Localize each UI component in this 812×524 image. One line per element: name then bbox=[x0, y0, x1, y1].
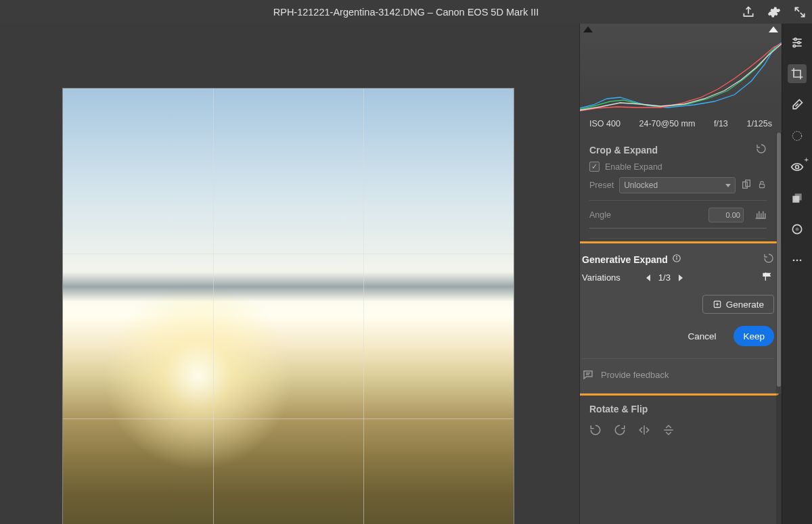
rotate-ccw-icon[interactable] bbox=[589, 424, 602, 438]
title-bar: RPH-121221-Argentina-3142.DNG – Canon EO… bbox=[0, 0, 812, 24]
generative-expand-title: Generative Expand bbox=[582, 254, 668, 265]
flag-icon[interactable] bbox=[761, 271, 774, 284]
info-icon[interactable] bbox=[672, 254, 681, 265]
reset-crop-icon[interactable] bbox=[756, 143, 767, 156]
preset-label: Preset bbox=[589, 181, 614, 190]
preset-select[interactable]: Unlocked bbox=[619, 177, 736, 193]
reset-generative-icon[interactable] bbox=[763, 253, 774, 266]
keep-label: Keep bbox=[743, 331, 765, 341]
variations-counter: 1/3 bbox=[658, 272, 671, 283]
flip-horizontal-icon[interactable] bbox=[638, 424, 650, 438]
generative-expand-panel: Generative Expand Variations bbox=[580, 243, 782, 394]
angle-value: 0.00 bbox=[726, 211, 740, 219]
provide-feedback-label: Provide feedback bbox=[601, 370, 669, 380]
generate-label: Generate bbox=[726, 300, 764, 310]
exif-iso: ISO 400 bbox=[589, 119, 621, 128]
cloud-band bbox=[63, 272, 514, 302]
panel-scroll-thumb[interactable] bbox=[777, 133, 781, 387]
svg-point-16 bbox=[796, 166, 799, 169]
svg-rect-2 bbox=[760, 184, 765, 187]
enable-expand-checkbox[interactable] bbox=[589, 162, 600, 172]
provide-feedback-row[interactable]: Provide feedback bbox=[582, 358, 774, 383]
crop-expand-panel: Crop & Expand Enable Expand Preset Unloc… bbox=[589, 138, 767, 239]
angle-label: Angle bbox=[589, 210, 611, 220]
crop-tool[interactable] bbox=[788, 64, 807, 83]
generate-button[interactable]: Generate bbox=[702, 295, 774, 314]
svg-point-13 bbox=[798, 41, 800, 43]
svg-point-14 bbox=[793, 45, 795, 47]
redeye-tool[interactable]: + bbox=[788, 158, 807, 176]
rotate-flip-panel: Rotate & Flip bbox=[589, 398, 767, 452]
svg-point-12 bbox=[794, 38, 796, 40]
cancel-button[interactable]: Cancel bbox=[678, 326, 725, 346]
crop-frame[interactable] bbox=[62, 88, 514, 524]
highlight-clipping-indicator[interactable] bbox=[769, 26, 778, 32]
generative-expand-highlight: Generative Expand Variations bbox=[580, 241, 779, 396]
prev-variation-button[interactable] bbox=[646, 275, 650, 281]
exif-aperture: f/13 bbox=[714, 119, 728, 128]
cancel-label: Cancel bbox=[687, 331, 716, 341]
histogram[interactable] bbox=[580, 24, 782, 115]
layers-tool[interactable] bbox=[788, 189, 807, 208]
more-tools-icon[interactable] bbox=[788, 251, 807, 270]
angle-input[interactable]: 0.00 bbox=[708, 208, 744, 222]
svg-point-21 bbox=[793, 260, 795, 262]
camera-model: Canon EOS 5D Mark III bbox=[436, 7, 539, 18]
svg-rect-18 bbox=[795, 193, 802, 200]
exif-row: ISO 400 24-70@50 mm f/13 1/125s bbox=[580, 115, 782, 133]
enable-expand-label: Enable Expand bbox=[605, 162, 662, 172]
svg-point-15 bbox=[792, 131, 801, 140]
svg-point-23 bbox=[800, 260, 802, 262]
svg-point-22 bbox=[796, 260, 798, 262]
title-separator: – bbox=[425, 7, 436, 18]
gear-icon[interactable] bbox=[767, 5, 781, 19]
adjust-sliders-tool[interactable] bbox=[788, 33, 807, 52]
lock-icon[interactable] bbox=[757, 180, 767, 191]
radial-mask-tool[interactable] bbox=[788, 126, 807, 145]
rotate-cw-icon[interactable] bbox=[614, 424, 626, 438]
flip-vertical-icon[interactable] bbox=[662, 424, 675, 438]
image-canvas[interactable] bbox=[0, 24, 579, 524]
swap-orientation-icon[interactable] bbox=[741, 179, 752, 192]
rotate-flip-title: Rotate & Flip bbox=[589, 404, 648, 414]
svg-point-5 bbox=[676, 256, 677, 257]
panel-scrollbar[interactable] bbox=[776, 133, 782, 524]
document-filename: RPH-121221-Argentina-3142.DNG bbox=[273, 7, 425, 18]
exif-lens: 24-70@50 mm bbox=[639, 119, 695, 128]
histogram-curves bbox=[580, 41, 782, 115]
eraser-tool[interactable] bbox=[788, 95, 807, 114]
exif-shutter: 1/125s bbox=[746, 119, 772, 128]
straighten-icon[interactable] bbox=[754, 208, 767, 222]
keep-button[interactable]: Keep bbox=[734, 326, 774, 346]
shadow-clipping-indicator[interactable] bbox=[583, 26, 593, 32]
next-variation-button[interactable] bbox=[679, 275, 683, 281]
svg-point-20 bbox=[796, 228, 799, 231]
chat-icon bbox=[582, 368, 594, 381]
enable-expand-row[interactable]: Enable Expand bbox=[589, 162, 767, 172]
fullscreen-icon[interactable] bbox=[793, 5, 807, 19]
lens-blur-tool[interactable] bbox=[788, 220, 807, 239]
right-panel: ISO 400 24-70@50 mm f/13 1/125s Crop & E… bbox=[579, 24, 782, 524]
variations-label: Variations bbox=[582, 272, 621, 283]
crop-expand-title: Crop & Expand bbox=[589, 145, 658, 156]
export-icon[interactable] bbox=[742, 5, 755, 19]
photo-preview bbox=[63, 89, 514, 524]
preset-value: Unlocked bbox=[624, 181, 658, 190]
tool-rail: + bbox=[782, 24, 812, 524]
